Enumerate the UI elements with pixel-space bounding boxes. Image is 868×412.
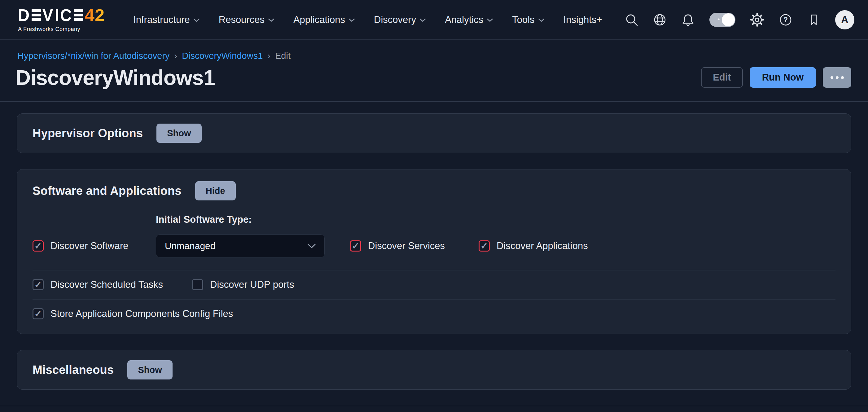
discover-services-checkbox[interactable]: ✓: [350, 241, 361, 252]
discover-applications-checkbox[interactable]: ✓: [478, 241, 490, 252]
form-footer: Cancel Save: [0, 406, 868, 412]
select-value: Unmanaged: [165, 241, 215, 251]
section-title: Miscellaneous: [33, 363, 114, 377]
top-navbar: D V I C 42 A Freshworks Company Infrastr…: [0, 0, 868, 40]
chevron-down-icon: [487, 19, 493, 22]
initial-software-type-label: Initial Software Type:: [156, 214, 252, 225]
checkbox-label: Discover Software: [51, 241, 129, 252]
section-title: Software and Applications: [33, 184, 182, 198]
discover-software-checkbox[interactable]: ✓: [33, 241, 44, 252]
help-button[interactable]: ?: [779, 13, 793, 27]
discover-services-option: ✓ Discover Services: [350, 241, 478, 252]
language-button[interactable]: [653, 13, 666, 27]
page-title: DiscoveryWindows1: [16, 65, 215, 90]
hypervisor-options-show-button[interactable]: Show: [156, 124, 202, 143]
initial-software-type-field: Initial Software Type: Unmanaged: [156, 234, 324, 257]
logo-letter: V: [42, 6, 54, 24]
breadcrumb-separator: ›: [175, 51, 178, 61]
breadcrumb-current: Edit: [275, 51, 290, 61]
edit-button[interactable]: Edit: [701, 67, 743, 88]
menu-item-infrastructure[interactable]: Infrastructure: [133, 14, 199, 25]
logo-letter: D: [18, 6, 30, 24]
device42-logo: D V I C 42: [18, 7, 105, 23]
scheduled-tasks-row: ✓ Discover Scheduled Tasks ✓ Discover UD…: [33, 271, 835, 299]
toggle-knob: [722, 13, 735, 26]
logo-letter-e-bars: [74, 9, 83, 21]
search-button[interactable]: [625, 13, 639, 27]
checkbox-label: Discover Applications: [497, 241, 588, 252]
discover-scheduled-tasks-option: ✓ Discover Scheduled Tasks: [33, 279, 192, 290]
page-header: Hypervisors/*nix/win for Autodiscovery ›…: [0, 40, 868, 102]
theme-toggle[interactable]: [709, 13, 736, 27]
menu-item-tools[interactable]: Tools: [512, 14, 544, 25]
user-avatar[interactable]: A: [835, 10, 855, 29]
search-icon: [625, 13, 639, 27]
software-applications-hide-button[interactable]: Hide: [195, 181, 236, 200]
bookmark-icon: [807, 13, 820, 27]
section-miscellaneous: Miscellaneous Show: [17, 350, 851, 390]
logo-number: 42: [85, 6, 105, 24]
discover-scheduled-tasks-checkbox[interactable]: ✓: [33, 279, 44, 290]
moon-icon: [711, 15, 721, 25]
main-content: Hypervisor Options Show Software and App…: [0, 102, 868, 390]
config-files-row: ✓ Store Application Components Config Fi…: [33, 299, 835, 321]
discover-software-option: ✓ Discover Software: [33, 241, 156, 252]
store-config-files-checkbox[interactable]: ✓: [33, 308, 44, 319]
breadcrumb-link-discoverywindows1[interactable]: DiscoveryWindows1: [182, 51, 263, 61]
globe-icon: [653, 13, 666, 27]
breadcrumb-link-hypervisors[interactable]: Hypervisors/*nix/win for Autodiscovery: [17, 51, 170, 61]
bell-icon: [681, 13, 695, 27]
logo-letter: I: [55, 6, 60, 24]
avatar-initial: A: [841, 14, 848, 26]
chevron-down-icon: [538, 19, 544, 22]
navbar-actions: ? A: [625, 10, 855, 29]
logo-letter: C: [60, 6, 72, 24]
ellipsis-icon: [831, 76, 844, 79]
checkbox-label: Store Application Components Config File…: [51, 308, 233, 319]
section-software-applications: Software and Applications Hide ✓ Discove…: [17, 169, 851, 334]
discover-applications-option: ✓ Discover Applications: [478, 241, 588, 252]
miscellaneous-show-button[interactable]: Show: [127, 360, 172, 379]
settings-button[interactable]: [750, 13, 764, 27]
more-actions-button[interactable]: [823, 67, 851, 88]
discover-udp-ports-checkbox[interactable]: ✓: [192, 279, 203, 290]
title-actions: Edit Run Now: [701, 67, 851, 88]
store-config-files-option: ✓ Store Application Components Config Fi…: [33, 308, 233, 319]
svg-text:?: ?: [783, 16, 788, 24]
checkbox-label: Discover Scheduled Tasks: [51, 279, 163, 290]
brand-logo[interactable]: D V I C 42 A Freshworks Company: [18, 7, 105, 33]
section-hypervisor-options: Hypervisor Options Show: [17, 114, 851, 153]
chevron-down-icon: [349, 19, 355, 22]
breadcrumb-separator: ›: [267, 51, 271, 61]
section-title: Hypervisor Options: [33, 127, 143, 140]
menu-item-insights[interactable]: Insights+: [563, 14, 602, 25]
brand-tagline: A Freshworks Company: [18, 26, 105, 33]
checkbox-label: Discover UDP ports: [210, 279, 294, 290]
chevron-down-icon: [268, 19, 274, 22]
bookmarks-button[interactable]: [807, 13, 820, 27]
menu-item-applications[interactable]: Applications: [293, 14, 355, 25]
menu-item-discovery[interactable]: Discovery: [374, 14, 426, 25]
chevron-down-icon: [420, 19, 426, 22]
main-menu: Infrastructure Resources Applications Di…: [133, 14, 602, 25]
menu-item-resources[interactable]: Resources: [219, 14, 274, 25]
gear-icon: [750, 13, 764, 27]
chevron-down-icon: [308, 244, 316, 248]
breadcrumb: Hypervisors/*nix/win for Autodiscovery ›…: [17, 40, 851, 61]
chevron-down-icon: [194, 19, 199, 22]
run-now-button[interactable]: Run Now: [750, 67, 816, 88]
discover-udp-ports-option: ✓ Discover UDP ports: [192, 279, 294, 290]
checkbox-label: Discover Services: [368, 241, 445, 252]
logo-letter-e-bars: [32, 9, 41, 21]
initial-software-type-select[interactable]: Unmanaged: [156, 234, 324, 257]
notifications-button[interactable]: [681, 13, 695, 27]
software-options-row: ✓ Discover Software Initial Software Typ…: [33, 234, 835, 257]
help-icon: ?: [779, 13, 793, 27]
menu-item-analytics[interactable]: Analytics: [445, 14, 493, 25]
